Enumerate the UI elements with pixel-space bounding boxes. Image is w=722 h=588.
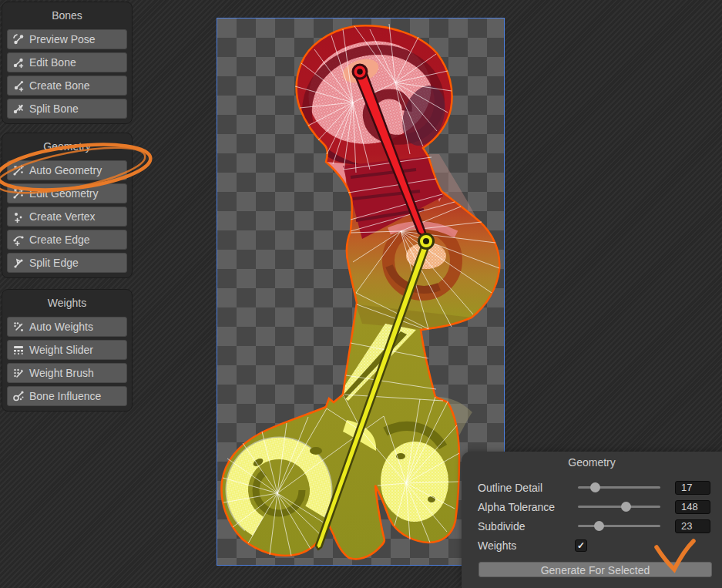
create-vertex-button[interactable]: Create Vertex: [7, 207, 127, 227]
weights-panel: Weights Auto Weights Weight Slider Weigh…: [2, 289, 133, 412]
generate-for-selected-button[interactable]: Generate For Selected: [479, 562, 712, 577]
auto-weights-label: Auto Weights: [29, 321, 93, 333]
geometry-inspector: Geometry Outline Detail 17 Alpha Toleran…: [462, 452, 722, 588]
weight-slider-button[interactable]: Weight Slider: [7, 340, 127, 360]
geometry-panel: Geometry Auto Geometry Edit Geometry Cre…: [2, 133, 133, 278]
split-edge-button[interactable]: Split Edge: [7, 253, 127, 273]
subdivide-row: Subdivide 23: [462, 516, 722, 536]
checkmark-icon: ✓: [577, 540, 585, 551]
split-bone-button[interactable]: Split Bone: [7, 99, 127, 119]
auto-geometry-button[interactable]: Auto Geometry: [7, 160, 127, 180]
slider-handle[interactable]: [590, 482, 600, 492]
edit-bone-icon: [12, 56, 25, 69]
subdivide-slider[interactable]: [578, 516, 660, 536]
split-bone-label: Split Bone: [29, 102, 79, 115]
edit-geometry-icon: [12, 187, 25, 200]
alpha-tolerance-label: Alpha Tolerance: [478, 501, 555, 513]
split-bone-icon: [12, 102, 25, 115]
bone-influence-label: Bone Influence: [29, 390, 101, 402]
inspector-title: Geometry: [462, 456, 722, 469]
bone-influence-icon: [12, 390, 25, 402]
subdivide-label: Subdivide: [478, 520, 526, 533]
weights-row: Weights ✓: [462, 536, 722, 555]
bones-panel-title: Bones: [2, 2, 132, 29]
preview-pose-label: Preview Pose: [29, 33, 96, 45]
auto-geometry-icon: [12, 164, 25, 176]
auto-geometry-label: Auto Geometry: [29, 164, 102, 176]
create-edge-button[interactable]: Create Edge: [7, 230, 127, 250]
auto-weights-icon: [12, 321, 25, 333]
weight-brush-icon: [12, 367, 25, 379]
bone-influence-button[interactable]: Bone Influence: [7, 386, 127, 406]
preview-pose-icon: [12, 33, 25, 45]
create-vertex-label: Create Vertex: [29, 210, 96, 223]
weights-panel-title: Weights: [2, 290, 132, 317]
create-bone-button[interactable]: Create Bone: [7, 76, 127, 96]
weight-slider-icon: [12, 344, 25, 356]
slider-track[interactable]: [578, 506, 660, 508]
edit-geometry-label: Edit Geometry: [29, 187, 98, 200]
weight-brush-button[interactable]: Weight Brush: [7, 363, 127, 383]
bones-panel: Bones Preview Pose Edit Bone Create Bone…: [2, 2, 133, 124]
slider-handle[interactable]: [594, 521, 604, 531]
slider-track[interactable]: [578, 525, 660, 527]
split-edge-label: Split Edge: [29, 257, 79, 269]
create-bone-icon: [12, 79, 25, 92]
alpha-tolerance-row: Alpha Tolerance 148: [462, 497, 722, 516]
create-vertex-icon: [12, 210, 25, 223]
subdivide-value[interactable]: 23: [675, 519, 710, 533]
preview-pose-button[interactable]: Preview Pose: [7, 29, 127, 49]
weight-slider-label: Weight Slider: [29, 344, 93, 356]
alpha-tolerance-slider[interactable]: [578, 497, 660, 516]
create-bone-label: Create Bone: [29, 79, 90, 92]
outline-detail-label: Outline Detail: [478, 482, 542, 494]
create-edge-icon: [12, 234, 25, 246]
weights-checkbox[interactable]: ✓: [575, 539, 587, 552]
auto-weights-button[interactable]: Auto Weights: [7, 317, 127, 337]
edit-geometry-button[interactable]: Edit Geometry: [7, 183, 127, 203]
slider-handle[interactable]: [621, 502, 631, 512]
outline-detail-row: Outline Detail 17: [462, 478, 722, 497]
alpha-tolerance-value[interactable]: 148: [675, 500, 710, 514]
outline-detail-slider[interactable]: [578, 478, 660, 497]
geometry-panel-title: Geometry: [2, 133, 132, 160]
weight-brush-label: Weight Brush: [29, 367, 94, 379]
weights-toggle-label: Weights: [478, 539, 516, 552]
create-edge-label: Create Edge: [29, 234, 90, 246]
split-edge-icon: [12, 257, 25, 269]
outline-detail-value[interactable]: 17: [675, 481, 710, 495]
edit-bone-button[interactable]: Edit Bone: [7, 52, 127, 72]
edit-bone-label: Edit Bone: [29, 56, 76, 69]
